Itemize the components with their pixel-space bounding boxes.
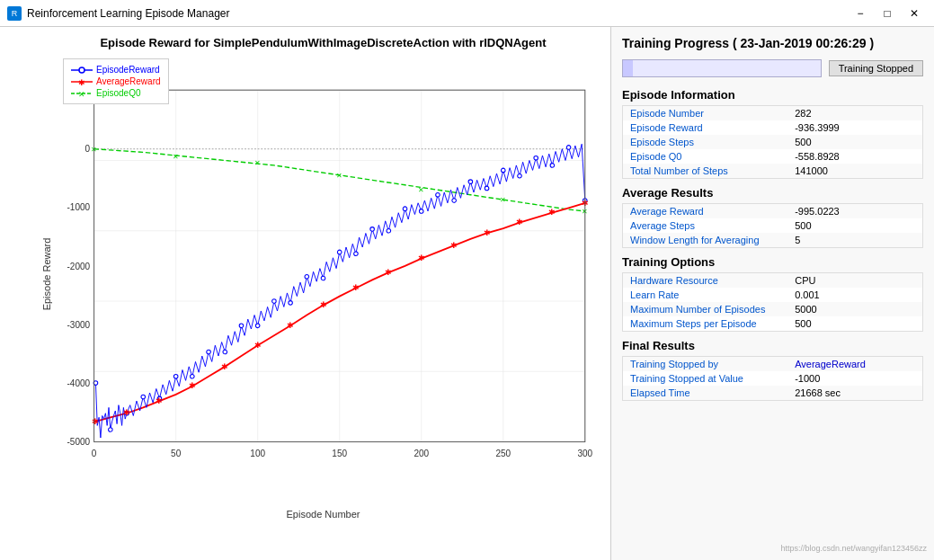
row-value: 21668 sec bbox=[787, 386, 922, 401]
chart-title: Episode Reward for SimplePendulumWithIma… bbox=[45, 36, 601, 49]
table-row: Total Number of Steps141000 bbox=[623, 164, 923, 179]
svg-text:✱: ✱ bbox=[548, 208, 556, 217]
legend-line-episode-q0: ✕ bbox=[71, 89, 93, 98]
app-icon: R bbox=[7, 6, 22, 21]
svg-point-43 bbox=[272, 299, 277, 304]
table-row: Hardware ResourceCPU bbox=[623, 273, 923, 289]
svg-text:✕: ✕ bbox=[500, 196, 506, 204]
progress-bar bbox=[622, 59, 822, 77]
legend-item-episode-reward: EpisodeReward bbox=[71, 65, 161, 75]
svg-text:-3000: -3000 bbox=[67, 320, 90, 330]
svg-text:✱: ✱ bbox=[418, 253, 425, 262]
row-label: Episode Reward bbox=[623, 120, 788, 135]
watermark: https://blog.csdn.net/wangyifan123456zz bbox=[780, 544, 927, 553]
minimize-button[interactable]: − bbox=[848, 4, 873, 23]
svg-text:50: 50 bbox=[171, 449, 182, 458]
chart-area: Episode Reward for SimplePendulumWithIma… bbox=[0, 27, 610, 560]
svg-text:✱: ✱ bbox=[450, 241, 458, 250]
row-value: 5000 bbox=[787, 302, 922, 316]
svg-point-42 bbox=[255, 324, 260, 328]
row-label: Hardware Resource bbox=[623, 273, 788, 289]
svg-point-44 bbox=[289, 301, 293, 306]
row-label: Learn Rate bbox=[623, 288, 788, 302]
svg-text:✱: ✱ bbox=[92, 417, 99, 426]
legend-label-episode-q0: EpisodeQ0 bbox=[96, 88, 140, 98]
row-label: Episode Number bbox=[623, 106, 788, 121]
svg-text:150: 150 bbox=[332, 449, 347, 458]
table-row: Maximum Number of Episodes5000 bbox=[623, 302, 923, 316]
section-title-training-options: Training Options bbox=[622, 255, 923, 269]
svg-point-46 bbox=[321, 276, 325, 280]
svg-text:✱: ✱ bbox=[221, 362, 228, 371]
row-value: 282 bbox=[787, 106, 922, 121]
close-button[interactable]: ✕ bbox=[902, 4, 927, 23]
row-value: -558.8928 bbox=[787, 149, 922, 164]
svg-text:✱: ✱ bbox=[189, 381, 196, 390]
row-value: CPU bbox=[787, 273, 922, 289]
row-value: 5 bbox=[787, 233, 922, 248]
average-results-table: Average Reward-995.0223Average Steps500W… bbox=[622, 203, 923, 248]
row-label: Elapsed Time bbox=[623, 386, 788, 401]
legend-line-average-reward: ✱ bbox=[71, 77, 93, 86]
maximize-button[interactable]: □ bbox=[875, 4, 900, 23]
legend-item-episode-q0: ✕ EpisodeQ0 bbox=[71, 88, 161, 98]
table-row: Episode Number282 bbox=[623, 106, 923, 121]
row-label: Window Length for Averaging bbox=[623, 233, 788, 248]
svg-text:✕: ✕ bbox=[173, 153, 179, 161]
svg-point-54 bbox=[452, 199, 457, 203]
progress-bar-container: Training Stopped bbox=[622, 59, 923, 77]
svg-point-51 bbox=[403, 207, 407, 211]
svg-point-50 bbox=[387, 228, 391, 233]
window-controls: − □ ✕ bbox=[848, 4, 927, 23]
svg-point-37 bbox=[173, 375, 178, 379]
section-episode-info: Episode Information Episode Number282Epi… bbox=[622, 88, 923, 179]
table-row: Maximum Steps per Episode500 bbox=[623, 316, 923, 332]
legend-item-average-reward: ✱ AverageReward bbox=[71, 76, 161, 86]
legend-label-episode-reward: EpisodeReward bbox=[96, 65, 160, 75]
table-row: Episode Reward-936.3999 bbox=[623, 120, 923, 135]
row-value: 500 bbox=[787, 218, 922, 233]
svg-text:-1000: -1000 bbox=[67, 202, 90, 212]
svg-point-49 bbox=[370, 227, 375, 232]
row-value: 500 bbox=[787, 135, 922, 149]
svg-text:✱: ✱ bbox=[156, 396, 163, 405]
svg-text:✕: ✕ bbox=[418, 186, 424, 194]
panel-header: Training Progress ( 23-Jan-2019 00:26:29… bbox=[622, 36, 923, 50]
row-label: Maximum Steps per Episode bbox=[623, 316, 788, 332]
svg-point-59 bbox=[534, 156, 538, 160]
svg-text:✕: ✕ bbox=[336, 172, 342, 180]
table-row: Episode Q0-558.8928 bbox=[623, 149, 923, 164]
svg-point-58 bbox=[518, 173, 522, 178]
row-value: -1000 bbox=[787, 371, 922, 386]
svg-text:✱: ✱ bbox=[385, 268, 392, 277]
row-label: Total Number of Steps bbox=[623, 164, 788, 179]
section-average-results: Average Results Average Reward-995.0223A… bbox=[622, 186, 923, 248]
row-label: Training Stopped at Value bbox=[623, 371, 788, 386]
svg-text:100: 100 bbox=[250, 449, 265, 458]
svg-point-45 bbox=[305, 274, 309, 279]
row-value: AverageReward bbox=[787, 357, 922, 372]
table-row: Elapsed Time21668 sec bbox=[623, 386, 923, 401]
table-row: Average Steps500 bbox=[623, 218, 923, 233]
svg-text:-4000: -4000 bbox=[67, 378, 90, 388]
legend-line-episode-reward bbox=[71, 66, 93, 75]
svg-text:✕: ✕ bbox=[78, 90, 85, 98]
table-row: Training Stopped at Value-1000 bbox=[623, 371, 923, 386]
row-value: -995.0223 bbox=[787, 204, 922, 219]
table-row: Learn Rate0.001 bbox=[623, 288, 923, 302]
svg-text:✱: ✱ bbox=[78, 78, 85, 86]
progress-fill bbox=[623, 60, 633, 76]
app-title: Reinforcement Learning Episode Manager bbox=[27, 7, 229, 20]
svg-point-38 bbox=[191, 375, 195, 379]
title-bar-left: R Reinforcement Learning Episode Manager bbox=[7, 6, 229, 21]
table-row: Average Reward-995.0223 bbox=[623, 204, 923, 219]
svg-text:0: 0 bbox=[92, 449, 97, 458]
svg-point-57 bbox=[501, 168, 505, 173]
svg-text:✱: ✱ bbox=[123, 408, 130, 417]
svg-text:✱: ✱ bbox=[287, 321, 294, 330]
svg-text:✕: ✕ bbox=[254, 159, 261, 167]
row-label: Episode Q0 bbox=[623, 149, 788, 164]
section-title-final-results: Final Results bbox=[622, 339, 923, 352]
training-stopped-button[interactable]: Training Stopped bbox=[829, 60, 923, 76]
episode-info-table: Episode Number282Episode Reward-936.3999… bbox=[622, 105, 923, 179]
